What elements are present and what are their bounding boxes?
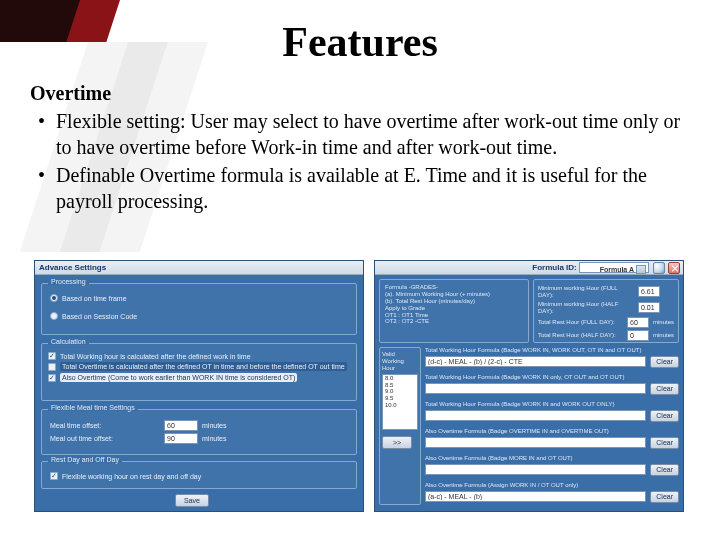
group-label: Rest Day and Off Day xyxy=(48,456,122,463)
formula-input[interactable] xyxy=(425,437,646,448)
bullet-item: Definable Overtime formula is available … xyxy=(30,162,690,214)
section-heading: Overtime xyxy=(30,80,690,106)
grades-title: Formula -GRADES- xyxy=(385,284,523,291)
group-label: Flexible Meal time Settings xyxy=(48,404,138,411)
radio-label: Based on time frame xyxy=(62,295,127,302)
unit-label: minutes xyxy=(653,319,674,326)
hourlist-item[interactable]: 8.5 xyxy=(383,382,417,389)
arrow-button[interactable]: >> xyxy=(382,436,412,449)
slide-title: Features xyxy=(0,18,720,66)
check-flexible-rest[interactable] xyxy=(50,472,58,480)
formula-input[interactable] xyxy=(425,464,646,475)
help-icon[interactable] xyxy=(653,262,665,274)
panel-header: Advance Settings xyxy=(35,261,363,275)
meal-offset-input[interactable] xyxy=(164,420,198,431)
clear-button[interactable]: Clear xyxy=(650,356,679,368)
grades-line: Apply to Grade xyxy=(385,305,523,312)
criteria-input[interactable] xyxy=(638,302,660,313)
hourlist-item[interactable]: 9.5 xyxy=(383,395,417,402)
unit-label: minutes xyxy=(202,435,227,442)
grades-line: (a). Minimum Working Hour (+ minutes) xyxy=(385,291,523,298)
formula-title: Also Overtime Formula (Badge OVERTIME IN… xyxy=(425,428,679,435)
formula-input[interactable] xyxy=(425,410,646,421)
formula-title: Total Working Hour Formula (Badge WORK I… xyxy=(425,347,679,354)
formula-title: Also Overtime Formula (Badge MORE IN and… xyxy=(425,455,679,462)
formula-input[interactable] xyxy=(425,383,646,394)
hourlist-item[interactable]: 8.0 xyxy=(383,375,417,382)
formula-input[interactable] xyxy=(425,491,646,502)
formula-id-dropdown[interactable]: Formula A xyxy=(579,262,649,273)
check-label: Also Overtime (Come to work earlier than… xyxy=(60,373,297,382)
slide-body: Overtime Flexible setting: User may sele… xyxy=(30,80,690,216)
grades-line: (b). Total Rest Hour (minutes/day) xyxy=(385,298,523,305)
hourlist-item[interactable]: 10.0 xyxy=(383,402,417,409)
hourlist-item[interactable]: 9.0 xyxy=(383,388,417,395)
unit-label: minutes xyxy=(653,332,674,339)
clear-button[interactable]: Clear xyxy=(650,437,679,449)
field-label: Meal out time offset: xyxy=(50,435,160,442)
clear-button[interactable]: Clear xyxy=(650,410,679,422)
radio-session-code[interactable] xyxy=(50,312,58,320)
save-button[interactable]: Save xyxy=(175,494,209,507)
screenshot-formula: Formula ID: Formula A Formula -GRADES- (… xyxy=(374,260,684,512)
check-label: Total Overtime is calculated after the d… xyxy=(60,362,347,371)
grades-line: OT2 : OT2 -CTE xyxy=(385,318,523,325)
panel-header: Formula ID: Formula A xyxy=(375,261,683,275)
criteria-label: Total Rest Hour (HALF DAY): xyxy=(538,332,623,339)
close-icon[interactable] xyxy=(668,262,680,274)
meal-out-offset-input[interactable] xyxy=(164,433,198,444)
check-label: Total Working hour is calculated after t… xyxy=(60,353,251,360)
grades-line: OT1 : OT1 Time xyxy=(385,312,523,319)
clear-button[interactable]: Clear xyxy=(650,383,679,395)
formula-input[interactable] xyxy=(425,356,646,367)
check-ot-window[interactable] xyxy=(48,363,56,371)
criteria-label: Total Rest Hour (FULL DAY): xyxy=(538,319,623,326)
radio-time-frame[interactable] xyxy=(50,294,58,302)
criteria-input[interactable] xyxy=(627,330,649,341)
criteria-input[interactable] xyxy=(627,317,649,328)
check-label: Flexible working hour on rest day and of… xyxy=(62,473,201,480)
formula-title: Total Working Hour Formula (Badge WORK I… xyxy=(425,374,679,381)
formula-title: Total Working Hour Formula (Badge WORK I… xyxy=(425,401,679,408)
group-label: Calculation xyxy=(48,338,89,345)
unit-label: minutes xyxy=(202,422,227,429)
screenshot-advance-settings: Advance Settings Processing Based on tim… xyxy=(34,260,364,512)
formula-title: Also Overtime Formula (Assign WORK IN / … xyxy=(425,482,679,489)
clear-button[interactable]: Clear xyxy=(650,464,679,476)
hourlist-title: Valid Working Hour xyxy=(382,351,418,372)
radio-label: Based on Session Code xyxy=(62,313,137,320)
group-label: Processing xyxy=(48,278,89,285)
check-working-hour[interactable] xyxy=(48,352,56,360)
field-label: Meal time offset: xyxy=(50,422,160,429)
field-label: Formula ID: xyxy=(532,263,576,272)
clear-button[interactable]: Clear xyxy=(650,491,679,503)
bullet-item: Flexible setting: User may select to hav… xyxy=(30,108,690,160)
criteria-label: Minimum working Hour (FULL DAY): xyxy=(538,285,634,299)
check-also-ot[interactable] xyxy=(48,374,56,382)
criteria-label: Minimum working Hour (HALF DAY): xyxy=(538,301,634,315)
criteria-input[interactable] xyxy=(638,286,660,297)
